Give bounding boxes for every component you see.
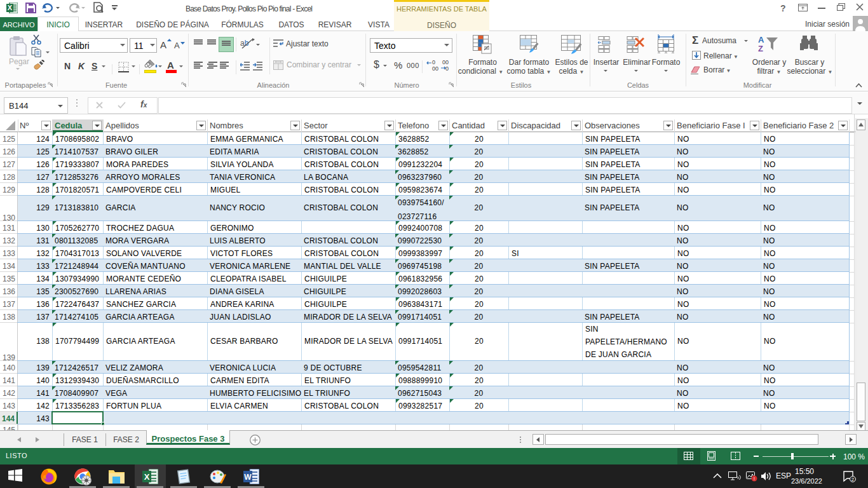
svg-text:X: X: [8, 4, 13, 11]
svg-text:!: !: [754, 477, 755, 481]
svg-text:2: 2: [851, 477, 855, 482]
svg-text:W: W: [244, 473, 252, 482]
svg-text:X: X: [144, 472, 150, 482]
